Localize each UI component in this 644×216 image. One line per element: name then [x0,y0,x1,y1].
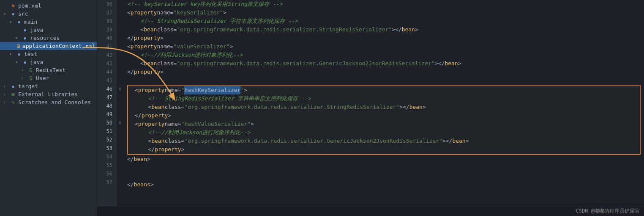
gutter-37 [116,8,124,17]
code-line-46: <property name="hashKeySerializer"> [128,86,640,94]
folder-icon: ▪ [21,35,29,41]
line-num-38: 38 [97,17,116,25]
code-text: > [230,42,233,51]
scratch-icon: ✎ [9,100,17,105]
line-numbers: 36 37 38 39 40 41 42 43 44 45 46 47 48 4… [97,0,116,206]
code-text: hashKeySerializer [184,86,240,94]
sidebar-item-scratches-consoles[interactable]: › ✎ Scratches and Consoles [0,98,97,106]
code-text: "org.springframework.data.redis.serializ… [184,103,399,111]
file-tree: m pom.xml ▾ ▪ src ▾ ▪ main ▪ java ▾ ▪ re… [0,0,97,216]
code-text: "valueSerializer" [174,42,230,51]
code-line-38: ____<!-- StringRedisSerializer 字符串原文序列化保… [127,17,641,25]
arrow-icon: › [3,84,9,89]
folder-icon: ▪ [21,27,29,33]
code-line-49: </property> [128,111,640,120]
line-num-36: 36 [97,0,116,8]
statusbar: CSDN @嘟嘟的程序员铲屎官 [97,206,644,216]
xml-icon: 🗎 [16,43,21,49]
line-num-52: 52 [97,136,116,144]
code-text: bean [144,25,157,34]
code-text: bean [151,137,164,145]
code-text: = [178,86,181,94]
sidebar-item-label: Scratches and Consoles [18,99,91,105]
code-line-40: </property> [127,34,641,42]
gutter-48 [116,102,124,110]
code-text: < [140,59,144,68]
line-num-39: 39 [97,25,116,34]
sidebar-item-label: main [24,19,37,25]
code-text: = [178,120,181,128]
line-num-55: 55 [97,161,116,169]
code-text: <!-- StringRedisSerializer 字符串原文序列化保存 --… [140,17,298,25]
sidebar-item-test[interactable]: ▾ ▪ test [0,50,97,58]
sidebar-item-label: RedisTest [36,67,65,73]
code-text: > [168,111,171,120]
code-text: " [181,86,185,94]
line-num-42: 42 [97,51,116,59]
sidebar-item-applicationcontext[interactable]: 🗎 applicationContext.xml [0,42,97,50]
code-text: property [138,86,165,94]
code-text: bean [134,155,147,163]
code-text: > [458,59,461,68]
code-text: <!-- StringRedisSerializer 字符串串原文序列化保存 -… [148,94,311,103]
code-text: </ [135,111,142,120]
code-text: > [244,86,247,94]
code-text: < [140,25,144,34]
code-text: = [174,59,177,68]
arrow-icon: › [3,100,9,105]
code-text: ></ [392,25,401,34]
code-text: name [164,120,177,128]
code-text: property [131,42,157,51]
sidebar-item-redistest[interactable]: › G RedisTest [0,66,97,74]
sidebar-item-target[interactable]: › ▪ target [0,82,97,90]
code-text: <!--//利用Jackson进行对象序列化--> [148,128,250,137]
gutter-38 [116,17,124,25]
line-num-46: 46 [97,85,116,93]
code-line-56 [127,172,641,180]
code-text: class [157,59,173,68]
sidebar-item-src[interactable]: ▾ ▪ src [0,10,97,18]
code-text: > [160,68,164,76]
line-num-44: 44 [97,68,116,76]
gutter: ◇ ◇ [116,0,124,206]
folder-icon: ▪ [15,19,23,25]
gutter-46[interactable]: ◇ [116,85,124,93]
sidebar-item-label: java [30,27,43,33]
code-line-44: </property> [127,68,641,76]
gutter-39 [116,25,124,34]
sidebar-item-label: target [18,83,38,89]
sidebar-item-resources[interactable]: ▾ ▪ resources [0,34,97,42]
code-line-54: </bean> [127,155,641,163]
code-text: = [181,103,185,111]
code-editor[interactable]: <!-- keySerializer key序列化采用String原文保存 --… [124,0,644,206]
gutter-40 [116,34,124,42]
editor-main: 36 37 38 39 40 41 42 43 44 45 46 47 48 4… [97,0,644,216]
code-line-48: ____<bean class="org.springframework.dat… [128,103,640,111]
folder-icon: ▪ [15,51,23,57]
sidebar-item-java1[interactable]: ▪ java [0,26,97,34]
code-text: </ [127,155,134,163]
sidebar-item-user[interactable]: › G User [0,74,97,82]
code-line-43: ____<bean class="org.springframework.dat… [127,59,641,68]
code-text: "org.springframework.data.redis.serializ… [177,59,434,68]
gutter-54 [116,152,124,161]
gutter-52 [116,136,124,144]
code-text: name [164,86,177,94]
sidebar-item-label: pom.xml [18,3,41,9]
code-text: < [127,42,131,51]
class-icon: G [27,67,35,73]
sidebar-item-external-libraries[interactable]: › ⊞ External Libraries [0,90,97,98]
sidebar-item-pom[interactable]: m pom.xml [0,2,97,10]
arrow-icon: ▾ [3,11,9,16]
code-text: name [157,42,170,51]
sidebar-item-main[interactable]: ▾ ▪ main [0,18,97,26]
gutter-50[interactable]: ◇ [116,119,124,127]
code-text: "org.springframework.data.redis.serializ… [184,137,442,145]
code-text: </ [127,34,134,42]
sidebar-item-label: External Libraries [18,91,78,97]
highlighted-block: <property name="hashKeySerializer"> ____… [127,85,641,155]
code-text: class [157,25,173,34]
code-line-57: </beans> [127,180,641,189]
code-text: property [138,120,165,128]
sidebar-item-java2[interactable]: ▾ ▪ java [0,58,97,66]
